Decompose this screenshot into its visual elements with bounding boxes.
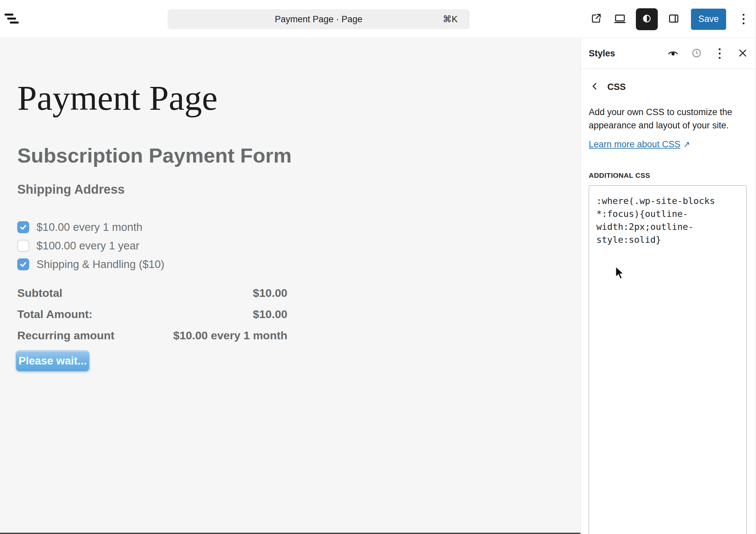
sidebar-panel-icon: [667, 12, 680, 27]
chevron-left-icon: [589, 81, 600, 93]
command-shortcut-label: ⌘K: [443, 14, 458, 25]
preview-device-button[interactable]: [612, 11, 628, 27]
editor-top-bar: Payment Page · Page ⌘K: [0, 0, 756, 38]
totals-section: Subtotal $10.00 Total Amount: $10.00 Rec…: [17, 282, 287, 346]
view-site-button[interactable]: [588, 11, 604, 27]
kebab-menu-icon: [713, 47, 726, 60]
subtotal-value: $10.00: [253, 287, 287, 300]
options-menu-button[interactable]: [735, 11, 751, 27]
learn-more-css-link[interactable]: Learn more about CSS↗: [589, 139, 690, 150]
document-title: Payment Page · Page: [275, 14, 362, 25]
css-section-header: CSS: [589, 81, 746, 93]
laptop-icon: [613, 12, 627, 27]
total-amount-value: $10.00: [253, 308, 287, 321]
logo-bar: [10, 22, 19, 24]
contrast-icon: [641, 13, 652, 26]
styles-panel-header: Styles: [581, 38, 756, 69]
additional-css-label: ADDITIONAL CSS: [589, 171, 746, 179]
subtotal-label: Subtotal: [17, 287, 62, 300]
additional-css-textarea[interactable]: :where(.wp-site-blocks *:focus){outline-…: [589, 185, 747, 534]
style-variations-button-active[interactable]: [636, 8, 658, 30]
please-wait-button[interactable]: Please wait...: [16, 351, 89, 371]
payment-options: $10.00 every 1 month $100.00 every 1 yea…: [17, 218, 580, 274]
editor-canvas: Payment Page Subscription Payment Form S…: [0, 38, 580, 534]
recurring-amount-value: $10.00 every 1 month: [173, 329, 287, 342]
recurring-amount-row: Recurring amount $10.00 every 1 month: [17, 325, 287, 346]
kebab-dot: [743, 14, 744, 16]
checkbox[interactable]: [17, 258, 29, 270]
top-bar-actions: Save: [588, 0, 751, 38]
logo-bar: [5, 14, 13, 16]
close-icon: [737, 47, 749, 60]
external-link-icon: [589, 12, 603, 27]
option-label: Shipping & Handling ($10): [37, 258, 164, 271]
checkbox[interactable]: [17, 240, 29, 252]
page-content: Payment Page Subscription Payment Form S…: [0, 38, 580, 371]
checkbox[interactable]: [17, 221, 29, 233]
total-amount-label: Total Amount:: [17, 308, 93, 321]
page-title[interactable]: Payment Page: [17, 38, 580, 119]
subtotal-row: Subtotal $10.00: [17, 282, 287, 303]
settings-sidebar-toggle[interactable]: [666, 11, 682, 27]
option-shipping[interactable]: Shipping & Handling ($10): [17, 255, 580, 274]
command-palette-button[interactable]: Payment Page · Page ⌘K: [168, 9, 470, 29]
total-amount-row: Total Amount: $10.00: [17, 303, 287, 325]
css-section-title: CSS: [607, 82, 626, 92]
site-logo-menu-button[interactable]: [5, 14, 23, 25]
check-icon: [21, 263, 26, 266]
eye-icon: [667, 47, 679, 61]
close-styles-panel-button[interactable]: [736, 47, 749, 60]
option-monthly[interactable]: $10.00 every 1 month: [17, 218, 580, 236]
history-clock-icon: [690, 46, 703, 61]
styles-panel-title: Styles: [589, 48, 656, 59]
learn-more-label: Learn more about CSS: [589, 139, 680, 149]
css-section: CSS Add your own CSS to customize the ap…: [581, 69, 756, 534]
style-book-button[interactable]: [666, 47, 680, 60]
option-yearly[interactable]: $100.00 every 1 year: [17, 236, 580, 255]
external-arrow-icon: ↗: [683, 140, 690, 149]
styles-options-menu[interactable]: [713, 47, 726, 60]
kebab-dot: [743, 23, 744, 24]
option-label: $10.00 every 1 month: [37, 221, 142, 234]
shipping-address-heading[interactable]: Shipping Address: [17, 182, 580, 197]
revisions-button[interactable]: [690, 47, 703, 60]
check-icon: [21, 226, 26, 229]
option-label: $100.00 every 1 year: [37, 239, 139, 252]
styles-panel: Styles: [580, 38, 756, 534]
form-heading[interactable]: Subscription Payment Form: [17, 144, 580, 167]
save-button[interactable]: Save: [691, 9, 726, 30]
logo-bar: [7, 18, 16, 20]
css-description: Add your own CSS to customize the appear…: [589, 105, 735, 132]
kebab-dot: [743, 18, 744, 20]
back-button[interactable]: [589, 81, 601, 93]
recurring-amount-label: Recurring amount: [17, 329, 114, 342]
